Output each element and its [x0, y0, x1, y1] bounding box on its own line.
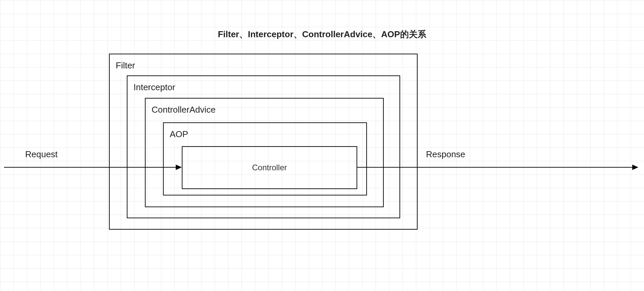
response-arrow-head [632, 165, 638, 170]
request-arrow-line [4, 167, 176, 168]
controller-label: Controller [252, 163, 287, 172]
request-label: Request [25, 149, 58, 160]
filter-label: Filter [116, 60, 135, 71]
controller-advice-label: ControllerAdvice [152, 105, 216, 115]
aop-label: AOP [170, 129, 188, 139]
response-arrow-line [357, 167, 632, 168]
request-arrow-head [176, 165, 182, 170]
controller-box: Controller [182, 146, 357, 189]
interceptor-label: Interceptor [133, 82, 175, 93]
response-label: Response [426, 149, 465, 160]
diagram-title: Filter、Interceptor、ControllerAdvice、AOP的… [218, 28, 426, 40]
